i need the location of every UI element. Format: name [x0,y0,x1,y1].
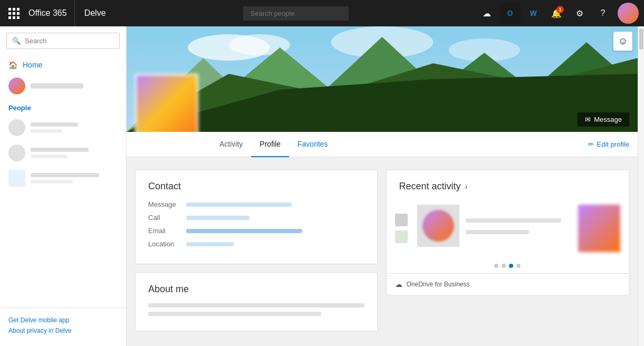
activity-side-1 [395,214,408,226]
settings-icon[interactable]: ⚙ [569,3,590,24]
onedrive-label: OneDrive for Business [407,281,470,288]
office365-label[interactable]: Office 365 [26,0,75,26]
about-title: About me [148,284,364,295]
contact-label-location: Location [148,240,180,248]
dot-4 [516,264,521,268]
message-button-cover[interactable]: ✉ Message [578,112,629,127]
dot-2 [502,264,506,268]
footer-link-1[interactable]: Get Delve mobile app [8,316,118,324]
cloud-icon: ☁ [395,280,402,289]
main-content: ✉ Message ☺ Activity Profile Favorites ✏… [127,26,638,346]
sidebar-home[interactable]: 🏠 Home [0,55,126,74]
app-name: Delve [75,8,116,18]
notification-badge: 1 [556,6,564,13]
sidebar: 🔍 🏠 Home People [0,26,127,346]
edit-icon: ✏ [588,140,594,148]
message-icon-cover: ✉ [585,116,591,123]
contact-row-email: Email [148,227,364,235]
my-avatar [8,78,25,94]
recent-activity-header: Recent activity › [387,170,629,198]
edit-profile-button[interactable]: ✏ Edit profile [588,140,629,148]
tab-favorites[interactable]: Favorites [289,132,337,157]
person-sub-1 [31,129,62,133]
onedrive-icon[interactable]: ☁ [476,3,497,24]
home-label: Home [23,61,42,69]
contact-row-location: Location [148,240,364,248]
activity-avatar-inner [422,210,454,242]
home-icon: 🏠 [8,61,17,69]
person-name-2 [31,148,89,152]
top-nav: Office 365 Delve ☁ O W 🔔 1 ⚙ ? [0,0,644,26]
smile-icon: ☺ [618,36,628,47]
activity-thumb-center [417,205,459,247]
search-input[interactable] [25,37,114,45]
waffle-icon [8,8,18,19]
user-avatar[interactable] [618,3,639,24]
doc-sub-1 [31,180,73,184]
top-search-area [116,6,476,21]
contact-card: Contact Message Call Email Location [135,170,378,264]
word-icon[interactable]: W [523,3,544,24]
cards-area: Contact Message Call Email Location [127,157,638,340]
contact-label-call: Call [148,214,180,222]
cover-background [127,26,638,132]
about-card: About me [135,273,378,331]
contact-value-call [186,216,249,220]
sidebar-footer: Get Delve mobile app About privacy in De… [0,307,126,346]
profile-photo-wrap [135,74,198,132]
scrollbar[interactable] [638,26,644,346]
tab-activity[interactable]: Activity [211,132,251,157]
people-section-label: People [0,98,126,115]
person-avatar-1 [8,119,25,136]
top-search-input[interactable] [243,6,349,21]
activity-text-1 [466,218,561,223]
nav-icons: ☁ O W 🔔 1 ⚙ ? [476,3,644,24]
activity-text-2 [466,230,530,234]
person-sub-2 [31,155,68,158]
person-name-1 [31,122,78,127]
contact-row-message: Message [148,200,364,208]
help-icon[interactable]: ? [592,3,613,24]
activity-preview [387,198,629,258]
cover-area: ✉ Message ☺ [127,26,638,132]
activity-side-2 [395,230,408,243]
profile-photo [135,74,198,132]
sidebar-doc-1[interactable] [0,166,126,191]
my-name-blurred [31,83,83,89]
scrollbar-thumb[interactable] [639,28,643,50]
contact-value-message [186,203,292,207]
person-avatar-2 [8,145,25,161]
tab-profile[interactable]: Profile [251,132,289,157]
about-bar-1 [148,303,364,307]
sidebar-person-2[interactable] [0,140,126,166]
dot-3 [509,264,513,268]
activity-thumb-right [578,205,620,252]
contact-label-email: Email [148,227,180,235]
contact-title: Contact [148,181,364,192]
search-box[interactable]: 🔍 [6,33,120,49]
footer-link-2[interactable]: About privacy in Delve [8,327,118,334]
contact-value-email [186,229,302,233]
feedback-button[interactable]: ☺ [613,32,632,51]
contact-label-message: Message [148,200,180,208]
waffle-menu[interactable] [0,0,26,26]
recent-activity-card: Recent activity › [386,170,630,295]
sidebar-me[interactable] [0,74,126,98]
arrow-icon: › [465,182,468,191]
onedrive-footer: ☁ OneDrive for Business [387,273,629,295]
bell-icon[interactable]: 🔔 1 [546,3,567,24]
doc-icon-1 [8,170,25,187]
layout: 🔍 🏠 Home People [0,26,644,346]
outlook-icon[interactable]: O [499,3,521,24]
message-btn-label: Message [594,116,622,123]
recent-activity-title: Recent activity [399,181,461,192]
about-bar-2 [148,312,321,316]
sidebar-person-1[interactable] [0,115,126,140]
search-icon: 🔍 [12,37,21,45]
mountain-svg [127,26,638,132]
activity-dots [387,258,629,273]
contact-row-call: Call [148,214,364,222]
profile-tabs: Activity Profile Favorites ✏ Edit profil… [127,132,638,157]
doc-name-1 [31,173,99,177]
contact-value-location [186,242,234,246]
